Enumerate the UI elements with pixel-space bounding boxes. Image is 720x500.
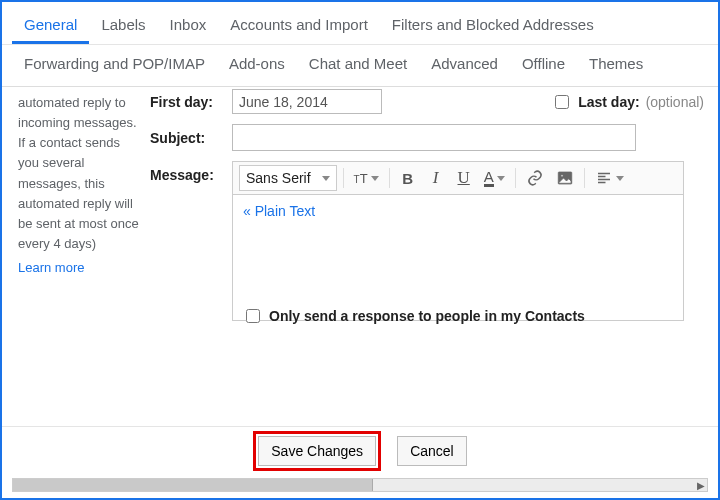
link-icon (526, 169, 544, 187)
editor-toolbar: Sans Serif TT B I U A (232, 161, 684, 195)
tab-offline[interactable]: Offline (510, 45, 577, 80)
only-contacts-checkbox[interactable] (246, 309, 260, 323)
subject-row: Subject: (150, 124, 704, 151)
only-contacts-row: Only send a response to people in my Con… (242, 306, 585, 326)
tab-advanced[interactable]: Advanced (419, 45, 510, 80)
font-family-label: Sans Serif (246, 170, 311, 186)
insert-image-button[interactable] (552, 165, 578, 191)
tab-forwarding-pop-imap[interactable]: Forwarding and POP/IMAP (12, 45, 217, 80)
chevron-down-icon (497, 176, 505, 181)
tab-labels[interactable]: Labels (89, 8, 157, 44)
tab-inbox[interactable]: Inbox (158, 8, 219, 44)
first-day-label: First day: (150, 94, 232, 110)
save-changes-highlight: Save Changes (253, 431, 381, 471)
tab-chat-meet[interactable]: Chat and Meet (297, 45, 419, 80)
underline-button[interactable]: U (452, 165, 476, 191)
svg-point-1 (561, 175, 563, 177)
toolbar-separator (389, 168, 390, 188)
scrollbar-thumb[interactable] (13, 479, 373, 491)
subject-input[interactable] (232, 124, 636, 151)
tabs-row-1: General Labels Inbox Accounts and Import… (2, 2, 718, 45)
cancel-button[interactable]: Cancel (397, 436, 467, 466)
action-buttons-row: Save Changes Cancel (2, 426, 718, 474)
text-color-icon: A (484, 170, 494, 187)
text-color-button[interactable]: A (480, 165, 509, 191)
vacation-responder-description: automated reply to incoming messages. If… (2, 87, 150, 429)
scroll-right-arrow-icon[interactable]: ▶ (697, 480, 705, 491)
align-icon (595, 169, 613, 187)
font-size-icon: TT (354, 171, 368, 186)
learn-more-link[interactable]: Learn more (18, 258, 84, 278)
insert-link-button[interactable] (522, 165, 548, 191)
last-day-optional: (optional) (646, 94, 704, 110)
first-day-input[interactable] (232, 89, 382, 114)
subject-label: Subject: (150, 130, 232, 146)
last-day-checkbox[interactable] (555, 95, 569, 109)
save-changes-button[interactable]: Save Changes (258, 436, 376, 466)
message-label: Message: (150, 161, 232, 183)
vacation-responder-form: First day: Last day: (optional) Subject:… (150, 87, 718, 429)
settings-content: automated reply to incoming messages. If… (2, 87, 718, 429)
description-text: automated reply to incoming messages. If… (18, 95, 139, 251)
bold-icon: B (402, 170, 413, 187)
toolbar-separator (584, 168, 585, 188)
font-size-button[interactable]: TT (350, 165, 383, 191)
tab-accounts-import[interactable]: Accounts and Import (218, 8, 380, 44)
plain-text-toggle[interactable]: « Plain Text (233, 195, 317, 223)
tab-addons[interactable]: Add-ons (217, 45, 297, 80)
first-day-row: First day: Last day: (optional) (150, 89, 704, 114)
bold-button[interactable]: B (396, 165, 420, 191)
plain-text-row: « Plain Text (232, 195, 684, 223)
chevron-down-icon (322, 176, 330, 181)
align-button[interactable] (591, 165, 628, 191)
chevron-down-icon (616, 176, 624, 181)
tab-themes[interactable]: Themes (577, 45, 655, 80)
message-editor: Sans Serif TT B I U A (232, 161, 684, 321)
italic-icon: I (433, 168, 439, 188)
last-day-label: Last day: (578, 94, 639, 110)
image-icon (556, 169, 574, 187)
last-day-area: Last day: (optional) (551, 92, 704, 112)
font-family-select[interactable]: Sans Serif (239, 165, 337, 191)
toolbar-separator (343, 168, 344, 188)
toolbar-separator (515, 168, 516, 188)
tab-filters-blocked[interactable]: Filters and Blocked Addresses (380, 8, 606, 44)
message-row: Message: Sans Serif TT B (150, 161, 704, 321)
italic-button[interactable]: I (424, 165, 448, 191)
settings-page: General Labels Inbox Accounts and Import… (0, 0, 720, 500)
chevron-down-icon (371, 176, 379, 181)
tabs-row-2: Forwarding and POP/IMAP Add-ons Chat and… (2, 45, 718, 87)
underline-icon: U (458, 168, 470, 188)
tab-general[interactable]: General (12, 8, 89, 44)
only-contacts-label: Only send a response to people in my Con… (269, 308, 585, 324)
horizontal-scrollbar[interactable]: ▶ (12, 478, 708, 492)
